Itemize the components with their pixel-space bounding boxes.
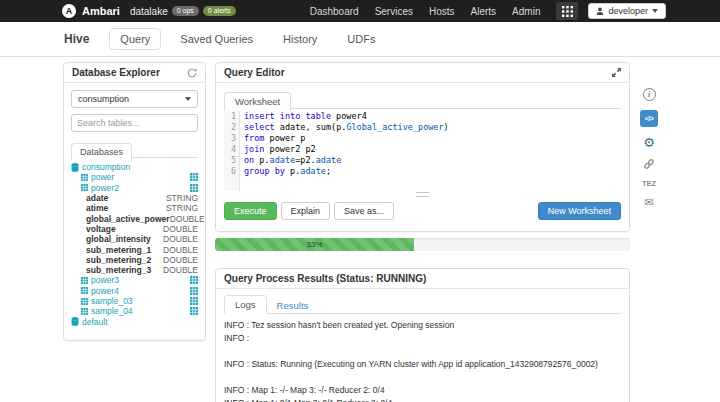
link-icon bbox=[643, 158, 655, 170]
query-tab-button[interactable]: </> bbox=[640, 110, 658, 127]
refresh-button[interactable] bbox=[187, 68, 197, 78]
table-grid-icon[interactable] bbox=[190, 173, 198, 181]
apps-grid-icon bbox=[562, 6, 573, 17]
topnav-link-services[interactable]: Services bbox=[375, 6, 413, 17]
tez-button[interactable]: TEZ bbox=[642, 179, 656, 188]
hive-view-navbar: Hive QuerySaved QueriesHistoryUDFs bbox=[0, 22, 720, 57]
query-results-body: Logs Results INFO : Tez session hasn't b… bbox=[216, 289, 629, 402]
column-row: global_active_powerDOUBLE bbox=[71, 213, 198, 223]
settings-button[interactable]: ⚙ bbox=[643, 136, 655, 149]
ops-badge[interactable]: 0 ops bbox=[172, 6, 199, 16]
editor-code[interactable]: insert into table power4select adate, su… bbox=[240, 109, 449, 191]
progress-label: 33% bbox=[307, 240, 323, 249]
alerts-badge[interactable]: 0 alerts bbox=[203, 6, 236, 16]
topnav-link-hosts[interactable]: Hosts bbox=[429, 6, 455, 17]
table-icon bbox=[81, 277, 88, 284]
ambari-logo-icon: A bbox=[62, 4, 76, 18]
editor-resize-handle[interactable] bbox=[416, 192, 429, 197]
caret-down-icon bbox=[185, 97, 191, 101]
user-menu-button[interactable]: developer bbox=[588, 3, 666, 19]
editor-gutter: 123456 bbox=[224, 109, 240, 191]
log-lines: INFO : Tez session hasn't been created y… bbox=[224, 319, 621, 402]
tez-label: TEZ bbox=[642, 179, 656, 188]
sql-editor[interactable]: 123456 insert into table power4select ad… bbox=[224, 109, 621, 191]
info-button[interactable]: i bbox=[643, 88, 656, 101]
table-item[interactable]: power3 bbox=[71, 275, 198, 285]
database-explorer-header: Database Explorer bbox=[64, 63, 205, 83]
database-explorer-panel: Database Explorer consumption Databases … bbox=[63, 62, 206, 341]
hive-view-title: Hive bbox=[64, 32, 89, 46]
database-explorer-title: Database Explorer bbox=[72, 67, 160, 78]
code-icon: </> bbox=[640, 110, 658, 127]
database-explorer-body: consumption Databases consumptionpowerpo… bbox=[64, 83, 205, 334]
explain-button[interactable]: Explain bbox=[281, 202, 331, 220]
column-row: global_intensityDOUBLE bbox=[71, 234, 198, 244]
top-navbar: A Ambari datalake 0 ops 0 alerts Dashboa… bbox=[0, 0, 720, 22]
table-item[interactable]: power bbox=[71, 172, 198, 182]
query-results-title: Query Process Results (Status: RUNNING) bbox=[224, 273, 426, 284]
execute-button[interactable]: Execute bbox=[224, 202, 277, 220]
database-item[interactable]: default bbox=[71, 316, 198, 326]
topnav-link-dashboard[interactable]: Dashboard bbox=[310, 6, 359, 17]
user-menu-label: developer bbox=[608, 6, 648, 16]
tab-worksheet[interactable]: Worksheet bbox=[224, 92, 291, 111]
table-item[interactable]: sample_03 bbox=[71, 296, 198, 306]
db-tree: consumptionpowerpower2adateSTRINGatimeST… bbox=[71, 162, 198, 327]
table-icon bbox=[81, 308, 88, 315]
tab-results[interactable]: Results bbox=[267, 297, 319, 314]
cluster-name[interactable]: datalake bbox=[130, 6, 168, 17]
results-tabbar: Logs Results bbox=[224, 295, 621, 314]
worksheet-tabbar: Worksheet bbox=[224, 90, 621, 109]
subnav-tabs: QuerySaved QueriesHistoryUDFs bbox=[109, 28, 394, 50]
query-editor-title: Query Editor bbox=[224, 67, 285, 78]
database-select[interactable]: consumption bbox=[71, 90, 198, 108]
column-row: sub_metering_1DOUBLE bbox=[71, 244, 198, 254]
save-as-button[interactable]: Save as... bbox=[334, 202, 394, 220]
editor-buttons: Execute Explain Save as... New Worksheet bbox=[224, 200, 621, 220]
tab-history[interactable]: History bbox=[272, 28, 328, 50]
gear-icon: ⚙ bbox=[643, 136, 655, 149]
expand-button[interactable] bbox=[612, 68, 621, 77]
tab-udfs[interactable]: UDFs bbox=[336, 28, 386, 50]
table-grid-icon[interactable] bbox=[190, 297, 198, 305]
topnav-links: DashboardServicesHostsAlertsAdmin bbox=[310, 6, 557, 17]
table-icon bbox=[81, 287, 88, 294]
query-editor-body: Worksheet 123456 insert into table power… bbox=[216, 83, 629, 220]
expand-icon bbox=[612, 68, 621, 77]
table-icon bbox=[81, 298, 88, 305]
topnav-link-admin[interactable]: Admin bbox=[512, 6, 540, 17]
database-item[interactable]: consumption bbox=[71, 162, 198, 172]
info-icon: i bbox=[643, 88, 656, 101]
column-row: sub_metering_2DOUBLE bbox=[71, 255, 198, 265]
table-grid-icon[interactable] bbox=[190, 307, 198, 315]
table-icon bbox=[81, 174, 88, 181]
table-grid-icon[interactable] bbox=[190, 184, 198, 192]
tab-databases[interactable]: Databases bbox=[71, 143, 132, 161]
query-results-header: Query Process Results (Status: RUNNING) bbox=[216, 269, 629, 289]
table-item[interactable]: sample_04 bbox=[71, 306, 198, 316]
brand-name: Ambari bbox=[82, 5, 120, 17]
table-item[interactable]: power2 bbox=[71, 183, 198, 193]
caret-down-icon bbox=[652, 9, 658, 13]
new-worksheet-button[interactable]: New Worksheet bbox=[538, 202, 621, 220]
column-row: voltageDOUBLE bbox=[71, 224, 198, 234]
tab-query[interactable]: Query bbox=[109, 28, 161, 50]
database-select-value: consumption bbox=[78, 94, 129, 104]
notifications-button[interactable]: ✉ bbox=[644, 197, 653, 208]
search-tables-input[interactable] bbox=[71, 114, 198, 132]
table-grid-icon[interactable] bbox=[190, 276, 198, 284]
query-editor-panel: Query Editor Worksheet 123456 insert int… bbox=[215, 62, 630, 232]
query-editor-header: Query Editor bbox=[216, 63, 629, 83]
tab-saved-queries[interactable]: Saved Queries bbox=[169, 28, 264, 50]
column-row: atimeSTRING bbox=[71, 203, 198, 213]
progress-fill: 33% bbox=[215, 238, 414, 251]
table-grid-icon[interactable] bbox=[190, 287, 198, 295]
apps-grid-button[interactable] bbox=[556, 2, 578, 20]
visual-explain-button[interactable] bbox=[643, 158, 655, 170]
tab-logs[interactable]: Logs bbox=[224, 295, 267, 314]
column-row: sub_metering_3DOUBLE bbox=[71, 265, 198, 275]
table-item[interactable]: power4 bbox=[71, 286, 198, 296]
right-toolbar: i </> ⚙ TEZ ✉ bbox=[636, 88, 662, 208]
query-progress-bar: 33% bbox=[215, 238, 630, 251]
topnav-link-alerts[interactable]: Alerts bbox=[471, 6, 497, 17]
